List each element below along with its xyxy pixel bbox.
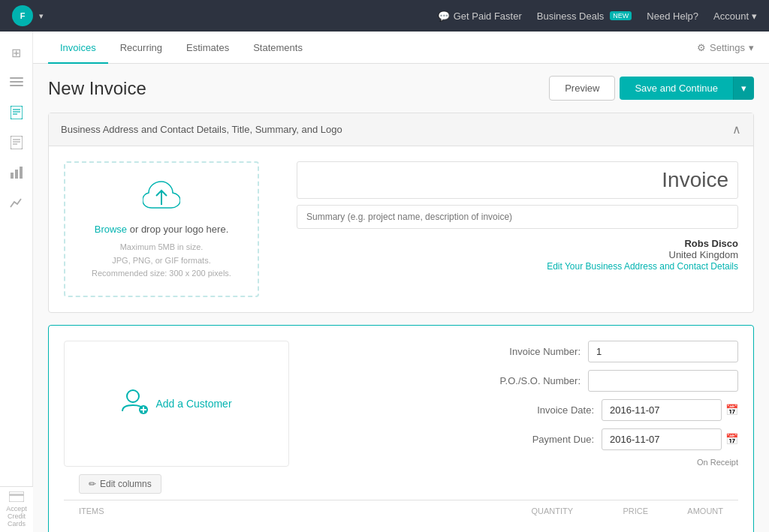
accept-credit-cards[interactable]: AcceptCreditCards <box>0 486 33 532</box>
svg-rect-9 <box>11 136 23 149</box>
new-badge: NEW <box>610 11 632 20</box>
chat-icon: 💬 <box>438 11 450 22</box>
tabs-bar: Invoices Recurring Estimates Statements … <box>33 32 769 64</box>
svg-rect-5 <box>11 106 23 119</box>
sidebar-item-document[interactable] <box>3 129 30 156</box>
collapse-icon[interactable]: ∧ <box>732 122 741 137</box>
account-menu[interactable]: Account ▾ <box>713 11 757 22</box>
invoice-fields: Invoice Number: P.O./S.O. Number: Invoic… <box>304 341 738 467</box>
svg-rect-3 <box>10 81 23 83</box>
content-area: Invoices Recurring Estimates Statements … <box>33 32 769 532</box>
col-items-header: ITEMS <box>79 506 498 515</box>
business-section: Business Address and Contact Details, Ti… <box>48 113 754 313</box>
invoice-number-label: Invoice Number: <box>509 346 581 357</box>
payment-due-row: Payment Due: 📅 <box>304 428 738 450</box>
edit-business-link[interactable]: Edit Your Business Address and Contact D… <box>547 261 738 272</box>
svg-rect-13 <box>11 173 14 179</box>
invoice-title-input[interactable] <box>297 161 738 199</box>
nav-dropdown-arrow[interactable]: ▾ <box>39 11 44 21</box>
edit-columns-bar: ✏ Edit columns <box>64 467 738 500</box>
table-header: ITEMS QUANTITY PRICE AMOUNT <box>64 500 738 521</box>
sidebar-item-chart[interactable] <box>3 189 30 216</box>
settings-dropdown[interactable]: ⚙ Settings ▾ <box>697 42 754 53</box>
on-receipt-row: On Receipt <box>304 458 738 467</box>
svg-rect-22 <box>9 491 24 502</box>
invoice-date-input[interactable] <box>602 399 722 421</box>
add-customer-area[interactable]: Add a Customer <box>64 341 289 467</box>
tab-invoices[interactable]: Invoices <box>48 32 108 64</box>
browse-link[interactable]: Browse <box>95 224 127 235</box>
main-layout: ⊞ Invoices Recurring Estimates Statement… <box>0 32 769 532</box>
page-title: New Invoice <box>48 78 549 99</box>
app-logo[interactable]: F <box>12 5 33 26</box>
accept-cc-label: AcceptCreditCards <box>6 505 27 527</box>
tab-recurring[interactable]: Recurring <box>108 32 174 64</box>
svg-rect-14 <box>15 170 18 179</box>
payment-due-label: Payment Due: <box>532 434 594 445</box>
business-info: Robs Disco United Kingdom Edit Your Busi… <box>297 238 738 272</box>
preview-button[interactable]: Preview <box>549 76 615 101</box>
invoice-date-calendar-icon[interactable]: 📅 <box>725 404 738 416</box>
payment-due-input[interactable] <box>602 428 722 450</box>
sidebar-item-list[interactable] <box>3 69 30 96</box>
business-country: United Kingdom <box>297 249 738 260</box>
invoice-summary-input[interactable] <box>297 205 738 229</box>
tab-statements[interactable]: Statements <box>241 32 315 64</box>
col-quantity-header: QUANTITY <box>498 506 573 515</box>
svg-text:F: F <box>20 11 26 20</box>
invoice-number-row: Invoice Number: <box>304 341 738 362</box>
payment-due-calendar-icon[interactable]: 📅 <box>725 433 738 445</box>
svg-point-18 <box>127 390 139 402</box>
invoice-date-label: Invoice Date: <box>537 404 594 416</box>
top-nav-links: 💬 Get Paid Faster Business Deals NEW Nee… <box>438 11 757 22</box>
tab-estimates[interactable]: Estimates <box>174 32 241 64</box>
save-button-group: Save and Continue ▾ <box>620 77 754 100</box>
account-dropdown-icon: ▾ <box>752 11 757 22</box>
business-section-body: Browse or drop your logo here. Maximum 5… <box>49 146 753 312</box>
on-receipt-text: On Receipt <box>697 458 738 467</box>
save-continue-button[interactable]: Save and Continue <box>620 77 733 100</box>
page-header: New Invoice Preview Save and Continue ▾ <box>33 64 769 113</box>
logo-upload-hint: Maximum 5MB in size. JPG, PNG, or GIF fo… <box>92 241 231 281</box>
sidebar: ⊞ <box>0 32 33 532</box>
business-deals-link[interactable]: Business Deals NEW <box>537 11 632 22</box>
po-so-input[interactable] <box>588 370 738 392</box>
gear-icon: ⚙ <box>697 42 706 53</box>
invoice-number-input[interactable] <box>588 341 738 362</box>
invoice-details-section: Add a Customer Invoice Number: P.O./S.O.… <box>48 325 754 532</box>
payment-due-field: 📅 <box>602 428 738 450</box>
need-help-link[interactable]: Need Help? <box>647 11 698 22</box>
invoice-date-field: 📅 <box>602 399 738 421</box>
business-name: Robs Disco <box>297 238 738 249</box>
sidebar-item-dashboard[interactable]: ⊞ <box>3 39 30 66</box>
svg-rect-15 <box>20 167 23 179</box>
svg-rect-23 <box>9 494 24 496</box>
svg-rect-2 <box>10 77 23 79</box>
sidebar-item-report[interactable] <box>3 159 30 186</box>
col-price-header: PRICE <box>573 506 648 515</box>
col-amount-header: AMOUNT <box>648 506 723 515</box>
po-so-row: P.O./S.O. Number: <box>304 370 738 392</box>
add-customer-label: Add a Customer <box>155 398 231 410</box>
get-paid-faster-link[interactable]: 💬 Get Paid Faster <box>438 11 522 22</box>
cloud-upload-icon <box>143 178 180 216</box>
invoice-section-inner: Add a Customer Invoice Number: P.O./S.O.… <box>64 341 738 467</box>
logo-upload-text: Browse or drop your logo here. <box>95 224 229 235</box>
logo-upload-area[interactable]: Browse or drop your logo here. Maximum 5… <box>64 161 259 297</box>
top-nav: F ▾ 💬 Get Paid Faster Business Deals NEW… <box>0 0 769 32</box>
save-dropdown-button[interactable]: ▾ <box>733 77 754 100</box>
svg-rect-4 <box>10 85 23 86</box>
po-so-label: P.O./S.O. Number: <box>500 375 581 386</box>
invoice-title-area: Robs Disco United Kingdom Edit Your Busi… <box>274 161 738 272</box>
save-dropdown-chevron-icon: ▾ <box>741 83 746 94</box>
add-customer-icon <box>121 387 148 420</box>
pencil-icon: ✏ <box>89 479 96 489</box>
business-section-header: Business Address and Contact Details, Ti… <box>49 113 753 146</box>
edit-columns-button[interactable]: ✏ Edit columns <box>79 474 161 494</box>
sidebar-item-invoice[interactable] <box>3 99 30 126</box>
settings-chevron-icon: ▾ <box>749 42 754 53</box>
invoice-date-row: Invoice Date: 📅 <box>304 399 738 421</box>
